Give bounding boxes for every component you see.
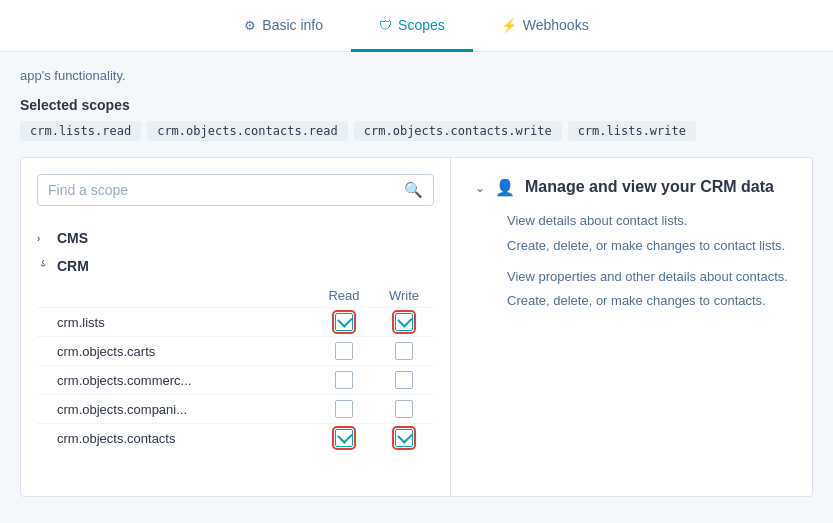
right-panel-description: View details about contact lists. Create… — [507, 211, 788, 312]
search-box[interactable]: 🔍 — [37, 174, 434, 206]
crm-lists-write-wrapper[interactable] — [395, 313, 413, 331]
read-col-header: Read — [314, 288, 374, 303]
crm-commerce-read-checkbox[interactable] — [335, 371, 353, 389]
scope-name-crm-lists: crm.lists — [57, 315, 314, 330]
scope-name-crm-objects-companies: crm.objects.compani... — [57, 402, 314, 417]
crm-carts-read-cell — [314, 342, 374, 360]
crm-companies-write-checkbox[interactable] — [395, 400, 413, 418]
scope-name-crm-objects-contacts: crm.objects.contacts — [57, 431, 314, 446]
tab-basic-info-label: Basic info — [262, 17, 323, 33]
crm-carts-write-cell — [374, 342, 434, 360]
scope-tags-container: crm.lists.read crm.objects.contacts.read… — [20, 121, 813, 141]
crm-carts-write-wrapper[interactable] — [395, 342, 413, 360]
category-cms-label: CMS — [57, 230, 88, 246]
tab-webhooks-label: Webhooks — [523, 17, 589, 33]
search-input[interactable] — [48, 182, 396, 198]
shield-icon: 🛡 — [379, 18, 392, 33]
scope-tag: crm.objects.contacts.read — [147, 121, 348, 141]
gear-icon: ⚙ — [244, 18, 256, 33]
category-crm[interactable]: › CRM — [37, 252, 434, 280]
crm-commerce-write-wrapper[interactable] — [395, 371, 413, 389]
crm-lists-write-checkbox[interactable] — [395, 313, 413, 331]
desc-line-2: Create, delete, or make changes to conta… — [507, 236, 788, 257]
desc-line-4: Create, delete, or make changes to conta… — [507, 291, 788, 312]
left-panel: 🔍 CMS › CRM Read Write — [21, 158, 451, 496]
tab-scopes[interactable]: 🛡 Scopes — [351, 1, 473, 52]
scope-name-crm-objects-carts: crm.objects.carts — [57, 344, 314, 359]
right-panel: ⌄ 👤 Manage and view your CRM data View d… — [451, 158, 812, 496]
page-content: app's functionality. Selected scopes crm… — [0, 52, 833, 507]
subtitle: app's functionality. — [20, 68, 813, 83]
crm-scope-table: Read Write crm.lists — [37, 284, 434, 452]
scope-row-crm-objects-carts: crm.objects.carts — [37, 336, 434, 365]
scope-row-crm-lists: crm.lists — [37, 307, 434, 336]
bolt-icon: ⚡ — [501, 18, 517, 33]
selected-scopes-label: Selected scopes — [20, 97, 813, 113]
scope-tag: crm.lists.write — [568, 121, 696, 141]
tab-webhooks[interactable]: ⚡ Webhooks — [473, 1, 617, 52]
crm-commerce-write-checkbox[interactable] — [395, 371, 413, 389]
write-col-header: Write — [374, 288, 434, 303]
main-panels: 🔍 CMS › CRM Read Write — [20, 157, 813, 497]
desc-line-3: View properties and other details about … — [507, 267, 788, 288]
collapse-icon[interactable]: ⌄ — [475, 181, 485, 195]
crm-lists-read-wrapper[interactable] — [335, 313, 353, 331]
crm-companies-write-cell — [374, 400, 434, 418]
scope-row-crm-objects-companies: crm.objects.compani... — [37, 394, 434, 423]
crm-companies-read-wrapper[interactable] — [335, 400, 353, 418]
crm-carts-read-wrapper[interactable] — [335, 342, 353, 360]
top-navigation: ⚙ Basic info 🛡 Scopes ⚡ Webhooks — [0, 0, 833, 52]
crm-contacts-write-cell — [374, 429, 434, 447]
category-crm-label: CRM — [57, 258, 89, 274]
scope-table-header: Read Write — [37, 284, 434, 307]
chevron-down-icon: › — [38, 260, 49, 272]
crm-lists-write-cell — [374, 313, 434, 331]
crm-lists-read-checkbox[interactable] — [335, 313, 353, 331]
crm-contacts-read-wrapper[interactable] — [335, 429, 353, 447]
crm-commerce-read-cell — [314, 371, 374, 389]
scope-row-crm-objects-commerce: crm.objects.commerc... — [37, 365, 434, 394]
search-button[interactable]: 🔍 — [404, 181, 423, 199]
desc-line-1: View details about contact lists. — [507, 211, 788, 232]
crm-companies-read-cell — [314, 400, 374, 418]
category-cms[interactable]: CMS — [37, 224, 434, 252]
scope-tag: crm.objects.contacts.write — [354, 121, 562, 141]
crm-companies-read-checkbox[interactable] — [335, 400, 353, 418]
crm-companies-write-wrapper[interactable] — [395, 400, 413, 418]
scope-name-crm-objects-commerce: crm.objects.commerc... — [57, 373, 314, 388]
tab-scopes-label: Scopes — [398, 17, 445, 33]
crm-contacts-read-checkbox[interactable] — [335, 429, 353, 447]
chevron-right-icon — [37, 233, 49, 244]
crm-contacts-write-checkbox[interactable] — [395, 429, 413, 447]
right-panel-header: ⌄ 👤 Manage and view your CRM data — [475, 178, 788, 197]
crm-commerce-read-wrapper[interactable] — [335, 371, 353, 389]
scope-tag: crm.lists.read — [20, 121, 141, 141]
crm-lists-read-cell — [314, 313, 374, 331]
crm-contacts-write-wrapper[interactable] — [395, 429, 413, 447]
tab-basic-info[interactable]: ⚙ Basic info — [216, 1, 351, 52]
right-panel-title: Manage and view your CRM data — [525, 178, 774, 196]
crm-carts-write-checkbox[interactable] — [395, 342, 413, 360]
user-icon: 👤 — [495, 178, 515, 197]
crm-commerce-write-cell — [374, 371, 434, 389]
scope-row-crm-objects-contacts: crm.objects.contacts — [37, 423, 434, 452]
crm-contacts-read-cell — [314, 429, 374, 447]
crm-carts-read-checkbox[interactable] — [335, 342, 353, 360]
